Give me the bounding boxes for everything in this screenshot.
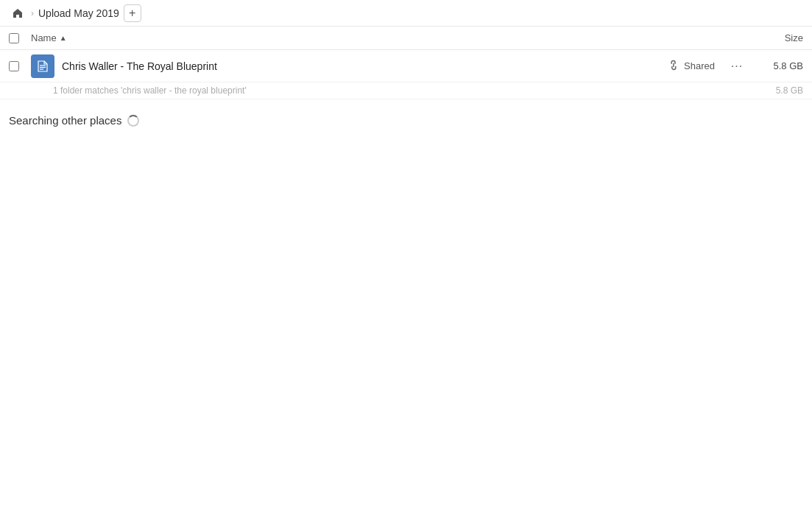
- select-all-checkbox-col[interactable]: [9, 33, 31, 43]
- size-column-header[interactable]: Size: [744, 32, 803, 43]
- match-hint-row: 1 folder matches 'chris waller - the roy…: [0, 82, 812, 99]
- breadcrumb-bar: › Upload May 2019 +: [0, 0, 812, 26]
- file-size: 5.8 GB: [759, 60, 803, 71]
- column-headers: Name ▲ Size: [0, 26, 812, 50]
- file-checkbox-col[interactable]: [9, 61, 31, 71]
- home-button[interactable]: [9, 4, 27, 22]
- select-all-checkbox[interactable]: [9, 33, 19, 43]
- breadcrumb-separator: ›: [31, 8, 34, 18]
- breadcrumb-label[interactable]: Upload May 2019: [38, 7, 119, 19]
- file-checkbox[interactable]: [9, 61, 19, 71]
- add-button[interactable]: +: [124, 4, 141, 22]
- file-row[interactable]: Chris Waller - The Royal Blueprint Share…: [0, 50, 812, 82]
- file-name: Chris Waller - The Royal Blueprint: [62, 60, 669, 72]
- name-column-header[interactable]: Name ▲: [31, 32, 744, 43]
- searching-other-places-row: Searching other places: [0, 99, 812, 134]
- shared-label: Shared: [684, 60, 715, 71]
- file-icon: [31, 54, 54, 78]
- shared-area: Shared: [669, 60, 715, 72]
- link-icon: [666, 58, 682, 74]
- match-hint-size: 5.8 GB: [759, 85, 803, 96]
- name-column-label: Name: [31, 32, 57, 43]
- size-column-label: Size: [785, 32, 803, 43]
- more-options-button[interactable]: ···: [727, 56, 747, 77]
- match-hint-text: 1 folder matches 'chris waller - the roy…: [53, 85, 759, 96]
- loading-spinner: [127, 115, 139, 127]
- sort-arrow-icon: ▲: [60, 34, 67, 42]
- searching-other-places-text: Searching other places: [9, 114, 121, 127]
